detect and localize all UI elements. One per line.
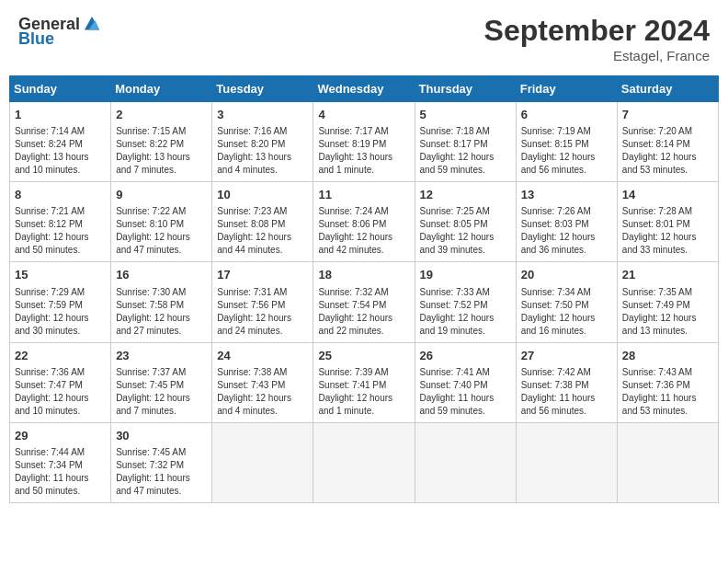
day-detail: Sunrise: 7:26 AM Sunset: 8:03 PM Dayligh… xyxy=(521,205,612,257)
calendar-cell xyxy=(617,422,718,502)
location: Estagel, France xyxy=(484,48,710,63)
calendar-table: SundayMondayTuesdayWednesdayThursdayFrid… xyxy=(9,75,719,503)
calendar-cell: 16Sunrise: 7:30 AM Sunset: 7:58 PM Dayli… xyxy=(111,262,212,342)
day-number: 14 xyxy=(622,187,713,203)
day-detail: Sunrise: 7:32 AM Sunset: 7:54 PM Dayligh… xyxy=(318,286,409,338)
calendar-cell: 27Sunrise: 7:42 AM Sunset: 7:38 PM Dayli… xyxy=(516,342,617,422)
day-detail: Sunrise: 7:45 AM Sunset: 7:32 PM Dayligh… xyxy=(116,446,207,498)
calendar-cell: 24Sunrise: 7:38 AM Sunset: 7:43 PM Dayli… xyxy=(212,342,313,422)
calendar-cell: 9Sunrise: 7:22 AM Sunset: 8:10 PM Daylig… xyxy=(111,182,212,262)
day-detail: Sunrise: 7:39 AM Sunset: 7:41 PM Dayligh… xyxy=(318,366,409,418)
day-detail: Sunrise: 7:17 AM Sunset: 8:19 PM Dayligh… xyxy=(318,125,409,177)
calendar-cell xyxy=(313,422,415,502)
day-detail: Sunrise: 7:35 AM Sunset: 7:49 PM Dayligh… xyxy=(622,286,713,338)
calendar-cell xyxy=(415,422,516,502)
calendar-cell: 30Sunrise: 7:45 AM Sunset: 7:32 PM Dayli… xyxy=(111,422,212,502)
calendar-header-tuesday: Tuesday xyxy=(212,76,313,102)
day-number: 24 xyxy=(217,348,308,364)
title-block: September 2024 Estagel, France xyxy=(484,14,710,63)
calendar-cell: 7Sunrise: 7:20 AM Sunset: 8:14 PM Daylig… xyxy=(617,102,718,182)
day-detail: Sunrise: 7:31 AM Sunset: 7:56 PM Dayligh… xyxy=(217,286,308,338)
day-detail: Sunrise: 7:28 AM Sunset: 8:01 PM Dayligh… xyxy=(622,205,713,257)
day-detail: Sunrise: 7:42 AM Sunset: 7:38 PM Dayligh… xyxy=(521,366,612,418)
logo: General Blue xyxy=(18,14,102,49)
day-number: 17 xyxy=(217,267,308,283)
month-title: September 2024 xyxy=(484,14,710,48)
day-number: 21 xyxy=(622,267,713,283)
day-detail: Sunrise: 7:23 AM Sunset: 8:08 PM Dayligh… xyxy=(217,205,308,257)
day-number: 22 xyxy=(15,348,106,364)
day-number: 10 xyxy=(217,187,308,203)
calendar-cell: 22Sunrise: 7:36 AM Sunset: 7:47 PM Dayli… xyxy=(10,342,111,422)
calendar-cell: 21Sunrise: 7:35 AM Sunset: 7:49 PM Dayli… xyxy=(617,262,718,342)
day-number: 4 xyxy=(318,107,409,123)
calendar-cell: 20Sunrise: 7:34 AM Sunset: 7:50 PM Dayli… xyxy=(516,262,617,342)
calendar-week-3: 15Sunrise: 7:29 AM Sunset: 7:59 PM Dayli… xyxy=(10,262,719,342)
day-detail: Sunrise: 7:16 AM Sunset: 8:20 PM Dayligh… xyxy=(217,125,308,177)
day-number: 20 xyxy=(521,267,612,283)
day-number: 16 xyxy=(116,267,207,283)
day-number: 1 xyxy=(15,107,106,123)
day-detail: Sunrise: 7:37 AM Sunset: 7:45 PM Dayligh… xyxy=(116,366,207,418)
calendar-cell: 14Sunrise: 7:28 AM Sunset: 8:01 PM Dayli… xyxy=(617,182,718,262)
day-detail: Sunrise: 7:41 AM Sunset: 7:40 PM Dayligh… xyxy=(420,366,511,418)
calendar-header-wednesday: Wednesday xyxy=(313,76,415,102)
calendar-cell: 6Sunrise: 7:19 AM Sunset: 8:15 PM Daylig… xyxy=(516,102,617,182)
day-detail: Sunrise: 7:38 AM Sunset: 7:43 PM Dayligh… xyxy=(217,366,308,418)
day-number: 19 xyxy=(420,267,511,283)
day-number: 26 xyxy=(420,348,511,364)
header: General Blue September 2024 Estagel, Fra… xyxy=(9,9,719,68)
calendar-cell: 12Sunrise: 7:25 AM Sunset: 8:05 PM Dayli… xyxy=(415,182,516,262)
day-number: 5 xyxy=(420,107,511,123)
day-number: 12 xyxy=(420,187,511,203)
day-detail: Sunrise: 7:20 AM Sunset: 8:14 PM Dayligh… xyxy=(622,125,713,177)
calendar-cell: 8Sunrise: 7:21 AM Sunset: 8:12 PM Daylig… xyxy=(10,182,111,262)
calendar-cell: 28Sunrise: 7:43 AM Sunset: 7:36 PM Dayli… xyxy=(617,342,718,422)
calendar-week-4: 22Sunrise: 7:36 AM Sunset: 7:47 PM Dayli… xyxy=(10,342,719,422)
day-detail: Sunrise: 7:14 AM Sunset: 8:24 PM Dayligh… xyxy=(15,125,106,177)
day-number: 23 xyxy=(116,348,207,364)
calendar-header-monday: Monday xyxy=(111,76,212,102)
calendar-header-saturday: Saturday xyxy=(617,76,718,102)
day-number: 3 xyxy=(217,107,308,123)
calendar-header-row: SundayMondayTuesdayWednesdayThursdayFrid… xyxy=(10,76,719,102)
calendar-cell: 17Sunrise: 7:31 AM Sunset: 7:56 PM Dayli… xyxy=(212,262,313,342)
day-number: 8 xyxy=(15,187,106,203)
calendar-cell: 25Sunrise: 7:39 AM Sunset: 7:41 PM Dayli… xyxy=(313,342,415,422)
calendar-cell xyxy=(212,422,313,502)
day-number: 28 xyxy=(622,348,713,364)
day-number: 29 xyxy=(15,428,106,444)
day-number: 15 xyxy=(15,267,106,283)
day-detail: Sunrise: 7:43 AM Sunset: 7:36 PM Dayligh… xyxy=(622,366,713,418)
logo-blue-text: Blue xyxy=(18,29,54,49)
calendar-cell: 26Sunrise: 7:41 AM Sunset: 7:40 PM Dayli… xyxy=(415,342,516,422)
calendar-cell: 10Sunrise: 7:23 AM Sunset: 8:08 PM Dayli… xyxy=(212,182,313,262)
calendar-cell: 29Sunrise: 7:44 AM Sunset: 7:34 PM Dayli… xyxy=(10,422,111,502)
calendar-cell: 2Sunrise: 7:15 AM Sunset: 8:22 PM Daylig… xyxy=(111,102,212,182)
day-detail: Sunrise: 7:36 AM Sunset: 7:47 PM Dayligh… xyxy=(15,366,106,418)
logo-icon xyxy=(82,14,102,34)
calendar-week-5: 29Sunrise: 7:44 AM Sunset: 7:34 PM Dayli… xyxy=(10,422,719,502)
day-detail: Sunrise: 7:24 AM Sunset: 8:06 PM Dayligh… xyxy=(318,205,409,257)
calendar-cell: 1Sunrise: 7:14 AM Sunset: 8:24 PM Daylig… xyxy=(10,102,111,182)
calendar-week-1: 1Sunrise: 7:14 AM Sunset: 8:24 PM Daylig… xyxy=(10,102,719,182)
day-detail: Sunrise: 7:25 AM Sunset: 8:05 PM Dayligh… xyxy=(420,205,511,257)
calendar-cell: 11Sunrise: 7:24 AM Sunset: 8:06 PM Dayli… xyxy=(313,182,415,262)
calendar-header-sunday: Sunday xyxy=(10,76,111,102)
day-number: 11 xyxy=(318,187,409,203)
day-detail: Sunrise: 7:34 AM Sunset: 7:50 PM Dayligh… xyxy=(521,286,612,338)
day-number: 9 xyxy=(116,187,207,203)
day-detail: Sunrise: 7:22 AM Sunset: 8:10 PM Dayligh… xyxy=(116,205,207,257)
calendar-cell: 15Sunrise: 7:29 AM Sunset: 7:59 PM Dayli… xyxy=(10,262,111,342)
day-detail: Sunrise: 7:21 AM Sunset: 8:12 PM Dayligh… xyxy=(15,205,106,257)
day-number: 30 xyxy=(116,428,207,444)
day-number: 27 xyxy=(521,348,612,364)
calendar-cell: 23Sunrise: 7:37 AM Sunset: 7:45 PM Dayli… xyxy=(111,342,212,422)
day-number: 7 xyxy=(622,107,713,123)
calendar-week-2: 8Sunrise: 7:21 AM Sunset: 8:12 PM Daylig… xyxy=(10,182,719,262)
calendar-cell xyxy=(516,422,617,502)
day-number: 18 xyxy=(318,267,409,283)
day-detail: Sunrise: 7:30 AM Sunset: 7:58 PM Dayligh… xyxy=(116,286,207,338)
day-number: 2 xyxy=(116,107,207,123)
day-detail: Sunrise: 7:15 AM Sunset: 8:22 PM Dayligh… xyxy=(116,125,207,177)
